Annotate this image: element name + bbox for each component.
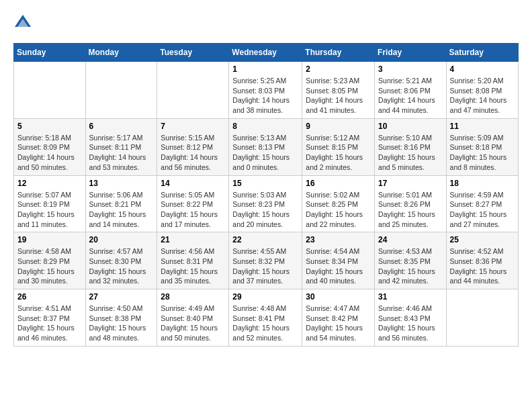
calendar-cell: 24Sunrise: 4:53 AM Sunset: 8:35 PM Dayli… — [375, 232, 447, 289]
day-info: Sunrise: 5:09 AM Sunset: 8:18 PM Dayligh… — [450, 133, 515, 173]
day-number: 13 — [89, 179, 154, 188]
day-info: Sunrise: 4:58 AM Sunset: 8:29 PM Dayligh… — [17, 246, 82, 286]
calendar-cell: 11Sunrise: 5:09 AM Sunset: 8:18 PM Dayli… — [446, 118, 518, 175]
day-number: 23 — [306, 235, 371, 244]
day-info: Sunrise: 5:15 AM Sunset: 8:12 PM Dayligh… — [161, 133, 225, 173]
day-info: Sunrise: 4:49 AM Sunset: 8:40 PM Dayligh… — [161, 304, 225, 343]
calendar-cell: 29Sunrise: 4:48 AM Sunset: 8:41 PM Dayli… — [229, 289, 302, 347]
day-number: 6 — [89, 122, 154, 131]
calendar-table: SundayMondayTuesdayWednesdayThursdayFrid… — [13, 43, 519, 347]
calendar-cell — [157, 62, 229, 119]
day-info: Sunrise: 4:55 AM Sunset: 8:32 PM Dayligh… — [232, 246, 298, 286]
day-info: Sunrise: 5:06 AM Sunset: 8:21 PM Dayligh… — [89, 190, 154, 230]
calendar-cell: 9Sunrise: 5:12 AM Sunset: 8:15 PM Daylig… — [302, 118, 375, 175]
day-number: 30 — [306, 292, 371, 302]
calendar-cell: 16Sunrise: 5:02 AM Sunset: 8:25 PM Dayli… — [302, 175, 375, 232]
day-number: 20 — [89, 235, 154, 244]
calendar-cell: 1Sunrise: 5:25 AM Sunset: 8:03 PM Daylig… — [229, 62, 302, 119]
day-info: Sunrise: 4:52 AM Sunset: 8:36 PM Dayligh… — [450, 246, 515, 286]
day-number: 16 — [306, 179, 371, 188]
day-info: Sunrise: 5:12 AM Sunset: 8:15 PM Dayligh… — [306, 133, 371, 173]
header-day-friday: Friday — [375, 44, 447, 62]
calendar-cell: 7Sunrise: 5:15 AM Sunset: 8:12 PM Daylig… — [157, 118, 229, 175]
day-number: 28 — [161, 292, 225, 302]
day-number: 27 — [89, 292, 154, 302]
header-day-saturday: Saturday — [446, 44, 518, 62]
calendar-cell: 14Sunrise: 5:05 AM Sunset: 8:22 PM Dayli… — [157, 175, 229, 232]
page-header — [13, 13, 519, 32]
calendar-cell: 4Sunrise: 5:20 AM Sunset: 8:08 PM Daylig… — [446, 62, 518, 119]
day-info: Sunrise: 5:07 AM Sunset: 8:19 PM Dayligh… — [17, 190, 82, 230]
day-number: 17 — [378, 179, 443, 188]
day-number: 9 — [306, 122, 371, 131]
day-info: Sunrise: 4:47 AM Sunset: 8:42 PM Dayligh… — [306, 304, 371, 343]
day-number: 1 — [232, 64, 298, 74]
header-day-tuesday: Tuesday — [157, 44, 229, 62]
day-number: 25 — [450, 235, 515, 244]
day-number: 10 — [378, 122, 443, 131]
day-number: 18 — [450, 179, 515, 188]
calendar-cell: 25Sunrise: 4:52 AM Sunset: 8:36 PM Dayli… — [446, 232, 518, 289]
calendar-cell: 17Sunrise: 5:01 AM Sunset: 8:26 PM Dayli… — [375, 175, 447, 232]
calendar-cell — [85, 62, 157, 119]
week-row-4: 19Sunrise: 4:58 AM Sunset: 8:29 PM Dayli… — [14, 232, 519, 289]
day-number: 31 — [378, 292, 443, 302]
day-info: Sunrise: 5:25 AM Sunset: 8:03 PM Dayligh… — [232, 76, 298, 116]
day-number: 12 — [17, 179, 82, 188]
week-row-1: 1Sunrise: 5:25 AM Sunset: 8:03 PM Daylig… — [14, 62, 519, 119]
calendar-cell: 2Sunrise: 5:23 AM Sunset: 8:05 PM Daylig… — [302, 62, 375, 119]
day-number: 19 — [17, 235, 82, 244]
calendar-cell: 3Sunrise: 5:21 AM Sunset: 8:06 PM Daylig… — [375, 62, 447, 119]
calendar-cell: 27Sunrise: 4:50 AM Sunset: 8:38 PM Dayli… — [85, 289, 157, 347]
calendar-cell: 20Sunrise: 4:57 AM Sunset: 8:30 PM Dayli… — [85, 232, 157, 289]
calendar-cell — [14, 62, 86, 119]
day-info: Sunrise: 4:51 AM Sunset: 8:37 PM Dayligh… — [17, 304, 82, 343]
week-row-2: 5Sunrise: 5:18 AM Sunset: 8:09 PM Daylig… — [14, 118, 519, 175]
day-info: Sunrise: 4:59 AM Sunset: 8:27 PM Dayligh… — [450, 190, 515, 230]
day-number: 11 — [450, 122, 515, 131]
day-info: Sunrise: 5:20 AM Sunset: 8:08 PM Dayligh… — [450, 76, 515, 116]
calendar-cell: 22Sunrise: 4:55 AM Sunset: 8:32 PM Dayli… — [229, 232, 302, 289]
calendar-cell: 15Sunrise: 5:03 AM Sunset: 8:23 PM Dayli… — [229, 175, 302, 232]
calendar-cell: 31Sunrise: 4:46 AM Sunset: 8:43 PM Dayli… — [375, 289, 447, 347]
calendar-cell: 28Sunrise: 4:49 AM Sunset: 8:40 PM Dayli… — [157, 289, 229, 347]
day-info: Sunrise: 5:13 AM Sunset: 8:13 PM Dayligh… — [232, 133, 298, 173]
day-info: Sunrise: 4:56 AM Sunset: 8:31 PM Dayligh… — [161, 246, 225, 286]
day-info: Sunrise: 4:57 AM Sunset: 8:30 PM Dayligh… — [89, 246, 154, 286]
day-info: Sunrise: 5:18 AM Sunset: 8:09 PM Dayligh… — [17, 133, 82, 173]
day-info: Sunrise: 5:10 AM Sunset: 8:16 PM Dayligh… — [378, 133, 443, 173]
day-info: Sunrise: 5:02 AM Sunset: 8:25 PM Dayligh… — [306, 190, 371, 230]
logo — [13, 13, 35, 32]
header-day-sunday: Sunday — [14, 44, 86, 62]
day-info: Sunrise: 4:50 AM Sunset: 8:38 PM Dayligh… — [89, 304, 154, 343]
day-info: Sunrise: 5:05 AM Sunset: 8:22 PM Dayligh… — [161, 190, 225, 230]
day-info: Sunrise: 4:54 AM Sunset: 8:34 PM Dayligh… — [306, 246, 371, 286]
day-number: 21 — [161, 235, 225, 244]
logo-icon — [13, 13, 32, 32]
day-number: 29 — [232, 292, 298, 302]
day-info: Sunrise: 5:21 AM Sunset: 8:06 PM Dayligh… — [378, 76, 443, 116]
day-info: Sunrise: 5:17 AM Sunset: 8:11 PM Dayligh… — [89, 133, 154, 173]
calendar-cell: 18Sunrise: 4:59 AM Sunset: 8:27 PM Dayli… — [446, 175, 518, 232]
calendar-cell: 13Sunrise: 5:06 AM Sunset: 8:21 PM Dayli… — [85, 175, 157, 232]
day-info: Sunrise: 4:48 AM Sunset: 8:41 PM Dayligh… — [232, 304, 298, 343]
calendar-cell: 10Sunrise: 5:10 AM Sunset: 8:16 PM Dayli… — [375, 118, 447, 175]
day-info: Sunrise: 4:53 AM Sunset: 8:35 PM Dayligh… — [378, 246, 443, 286]
day-number: 26 — [17, 292, 82, 302]
calendar-cell — [446, 289, 518, 347]
day-number: 2 — [306, 64, 371, 74]
day-number: 22 — [232, 235, 298, 244]
day-number: 5 — [17, 122, 82, 131]
calendar-cell: 19Sunrise: 4:58 AM Sunset: 8:29 PM Dayli… — [14, 232, 86, 289]
day-number: 7 — [161, 122, 225, 131]
calendar-cell: 26Sunrise: 4:51 AM Sunset: 8:37 PM Dayli… — [14, 289, 86, 347]
week-row-3: 12Sunrise: 5:07 AM Sunset: 8:19 PM Dayli… — [14, 175, 519, 232]
header-day-wednesday: Wednesday — [229, 44, 302, 62]
header-row: SundayMondayTuesdayWednesdayThursdayFrid… — [14, 44, 519, 62]
header-day-thursday: Thursday — [302, 44, 375, 62]
week-row-5: 26Sunrise: 4:51 AM Sunset: 8:37 PM Dayli… — [14, 289, 519, 347]
day-info: Sunrise: 5:23 AM Sunset: 8:05 PM Dayligh… — [306, 76, 371, 116]
calendar-cell: 5Sunrise: 5:18 AM Sunset: 8:09 PM Daylig… — [14, 118, 86, 175]
day-number: 4 — [450, 64, 515, 74]
calendar-cell: 8Sunrise: 5:13 AM Sunset: 8:13 PM Daylig… — [229, 118, 302, 175]
